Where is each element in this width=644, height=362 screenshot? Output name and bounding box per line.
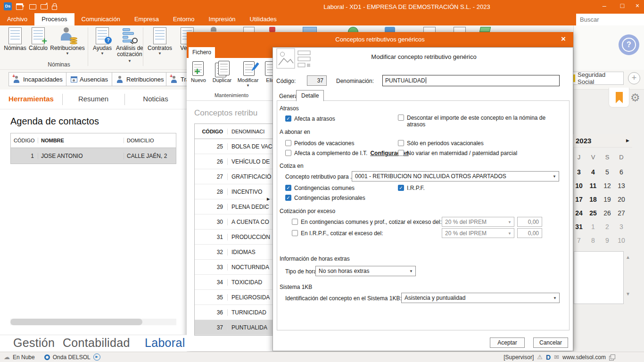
close-company-button[interactable]: ←	[29, 4, 36, 9]
module-gestion[interactable]: Gestión	[13, 336, 55, 350]
calendar-day[interactable]: 8	[586, 234, 600, 247]
checkbox[interactable]	[398, 115, 404, 121]
calendar-day[interactable]: 4	[586, 165, 600, 179]
tab-herramientas[interactable]: Herramientas	[0, 90, 62, 109]
calendar-day[interactable]: 11	[586, 179, 600, 193]
scroll-down-icon[interactable]: ▼	[626, 291, 630, 296]
checkbox[interactable]	[285, 185, 291, 191]
add-button[interactable]: +	[628, 72, 640, 84]
sistema-select[interactable]: Asistencia y puntualidad ▼	[401, 293, 560, 303]
calendar-day[interactable]: 6	[614, 165, 628, 179]
calendar-day[interactable]: 13	[614, 179, 628, 193]
module-contabilidad[interactable]: Contabilidad	[63, 336, 130, 350]
calendar-next-icon[interactable]: ▶	[626, 138, 629, 143]
close-button[interactable]: ×	[632, 2, 643, 9]
panel-expander-icon[interactable]: ▸	[267, 195, 270, 202]
ribbon-nominas-button[interactable]: Nóminas	[3, 27, 27, 51]
modificar-button[interactable]: Modificar ▼	[235, 60, 261, 88]
en-nube-label[interactable]: En Nube	[13, 354, 35, 361]
calendar-day[interactable]: 31	[572, 220, 586, 234]
column-header[interactable]: CÓDIGO	[195, 129, 228, 134]
menu-archivo[interactable]: Archivo	[0, 13, 34, 25]
exceso-irpf-select[interactable]: 20 % del IPREM ▼	[442, 228, 514, 238]
ribbon-retribuciones-button[interactable]: Retribuciones ▼	[49, 27, 86, 56]
menu-empresa[interactable]: Empresa	[127, 13, 166, 25]
cancelar-button[interactable]: Cancelar	[533, 337, 568, 348]
gear-icon[interactable]: ⚙	[630, 91, 640, 104]
checkbox[interactable]	[285, 195, 291, 201]
menu-entorno[interactable]: Entorno	[166, 13, 202, 25]
calendar-day[interactable]: 12	[600, 179, 614, 193]
ribbon-analisis-button[interactable]: Análisis de cotización ▼	[115, 27, 144, 64]
module-laboral[interactable]: Laboral	[145, 336, 185, 350]
column-header[interactable]: DOMICILIO	[124, 138, 176, 143]
checkbox[interactable]	[285, 140, 291, 146]
calendar-notes-box[interactable]	[574, 251, 624, 304]
mail-icon[interactable]: ✉	[554, 354, 559, 361]
tab-fichero[interactable]: Fichero	[189, 47, 215, 58]
warning-icon[interactable]: ⚠	[537, 354, 543, 361]
calendar-day[interactable]: 10	[614, 234, 628, 247]
menu-utilidades[interactable]: Utilidades	[243, 13, 284, 25]
checkbox-complemento-it[interactable]: Afecta a complemento de I.T. Configuraci…	[285, 150, 409, 156]
minimize-button[interactable]: –	[599, 2, 610, 9]
menu-comunicacion[interactable]: Comunicación	[74, 13, 127, 25]
denominacion-field[interactable]: PUNTUALIDAD	[382, 75, 560, 86]
codigo-field[interactable]: 37	[307, 75, 327, 86]
checkbox-exceso-irpf[interactable]: En I.R.P.F., cotizar el exceso del:	[292, 230, 383, 237]
checkbox-solo-periodos[interactable]: Sólo en periodos vacacionales	[398, 140, 484, 147]
calendar-day[interactable]: 3	[614, 220, 628, 234]
calendar-day[interactable]: 27	[614, 206, 628, 220]
calendar-day[interactable]: 24	[572, 206, 586, 220]
remote-device-icon[interactable]	[609, 354, 615, 360]
scroll-up-icon[interactable]: ▲	[626, 255, 630, 260]
agenda-row-selected[interactable]: 1 JOSE ANTONIO CALLE JAÉN, 2	[11, 148, 176, 164]
close-icon[interactable]: ×	[558, 34, 569, 44]
calendar-day[interactable]: 7	[572, 234, 586, 247]
duplicar-button[interactable]: Duplicar	[209, 60, 235, 83]
menu-impresion[interactable]: Impresión	[202, 13, 243, 25]
checkbox-exceso-comunes[interactable]: En contingencias comunes y prof., cotiza…	[292, 219, 442, 225]
help-button[interactable]: ?	[619, 34, 639, 55]
calendar-day[interactable]: 17	[572, 193, 586, 206]
open-company-button[interactable]: ↗	[41, 4, 48, 9]
column-header[interactable]: CÓDIGO	[11, 138, 38, 143]
calendar-day[interactable]: 20	[614, 193, 628, 206]
incapacidades-button[interactable]: Incapacidades	[8, 72, 67, 86]
ribbon-contratos-button[interactable]: Contratos ▼	[146, 27, 173, 56]
play-icon[interactable]: ▶	[93, 354, 100, 361]
checkbox-no-variar[interactable]: No variar en maternidad / paternidad par…	[398, 150, 517, 156]
exceso-comunes-amount[interactable]: 0,00	[517, 217, 542, 227]
calendar-day[interactable]: 26	[600, 206, 614, 220]
exceso-comunes-select[interactable]: 20 % del IPREM ▼	[442, 217, 514, 227]
aceptar-button[interactable]: Aceptar	[490, 337, 525, 348]
tab-detalle[interactable]: Detalle	[296, 90, 324, 101]
checkbox[interactable]	[285, 115, 291, 122]
checkbox[interactable]	[398, 150, 404, 156]
checkbox-afecta-atrasos[interactable]: Afecta a atrasos	[285, 115, 335, 122]
nuevo-button[interactable]: + Nuevo	[188, 60, 209, 83]
calendar-day[interactable]: 19	[600, 193, 614, 206]
exceso-irpf-amount[interactable]: 0,00	[517, 228, 542, 238]
calendar-day[interactable]: 18	[586, 193, 600, 206]
checkbox[interactable]	[292, 230, 298, 236]
scrollbar-thumb[interactable]	[10, 319, 142, 325]
checkbox[interactable]	[285, 150, 291, 156]
horizontal-scrollbar[interactable]	[10, 319, 176, 325]
calendar-day[interactable]: 3	[572, 165, 586, 179]
calendar-day[interactable]: 25	[586, 206, 600, 220]
search-input[interactable]	[576, 14, 644, 25]
checkbox-contingencias-comunes[interactable]: Contingencias comunes	[285, 185, 355, 191]
onda-delsol-label[interactable]: Onda DELSOL	[53, 354, 91, 361]
ausencias-button[interactable]: Ausencias	[66, 72, 113, 86]
cra-select[interactable]: 0001 - RETRIBUCION NO INCLUIDA OTROS APA…	[352, 171, 559, 181]
checkbox[interactable]	[292, 219, 298, 225]
checkbox-periodos-vacaciones[interactable]: Periodos de vacaciones	[285, 140, 354, 147]
retribuciones-quick-button[interactable]: Retribuciones	[112, 72, 169, 86]
calendar-day[interactable]: 9	[600, 234, 614, 247]
bookmark-tab[interactable]	[609, 88, 629, 107]
calendar-day[interactable]: 5	[600, 165, 614, 179]
menu-procesos[interactable]: Procesos	[34, 13, 74, 25]
ribbon-calculo-button[interactable]: + Cálculo	[27, 27, 49, 51]
tipo-horas-select[interactable]: No son horas extras ▼	[315, 266, 416, 276]
